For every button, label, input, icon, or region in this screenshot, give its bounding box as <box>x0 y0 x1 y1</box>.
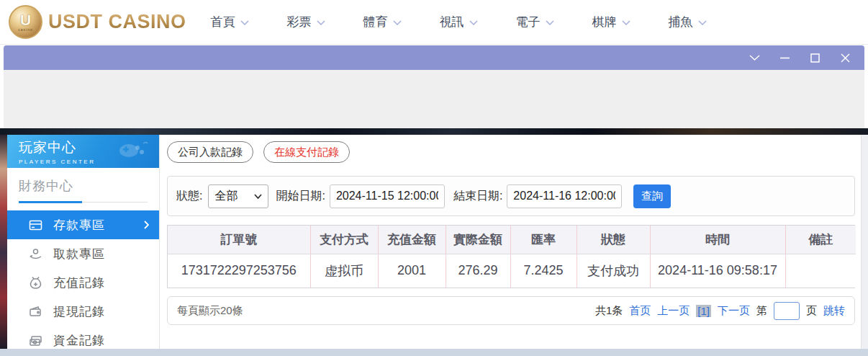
top-header: U casino USDT CASINO 首頁 彩票 體育 視訊 <box>0 0 868 45</box>
sidebar-item-deposit-zone[interactable]: 存款專區 <box>7 210 159 239</box>
sidebar-section-label: 財務中心 <box>19 177 159 195</box>
banner-strip <box>0 128 868 135</box>
deposit-card-icon <box>29 218 42 232</box>
start-date-input[interactable] <box>330 184 445 208</box>
chevron-down-icon <box>546 20 554 25</box>
nav-label: 首頁 <box>211 14 235 30</box>
end-date-input[interactable] <box>507 184 622 208</box>
chevron-down-icon <box>240 20 249 25</box>
sidebar-item-withdrawal-record[interactable]: 提現記錄 <box>7 297 159 326</box>
nav-label: 體育 <box>363 14 388 30</box>
sidebar-header: 玩家中心 PLAYERS CENTER <box>7 135 159 168</box>
record-tabs: 公司入款記錄 在線支付記錄 <box>167 141 855 163</box>
hand-coin-icon <box>29 247 42 261</box>
cell-remark <box>785 254 856 288</box>
window-close-icon[interactable] <box>837 50 853 66</box>
window-titlebar <box>4 45 864 70</box>
pagination-controls: 共1条 首页 上一页 [1] 下一页 第 页 跳转 <box>595 302 845 320</box>
page-size-text: 每頁顯示20條 <box>177 304 243 318</box>
brand-logo-icon: U casino <box>9 5 42 39</box>
main-nav: 首頁 彩票 體育 視訊 電子 棋牌 <box>211 14 707 30</box>
jump-page-input[interactable] <box>774 302 800 320</box>
tab-online-payment-record[interactable]: 在線支付記錄 <box>263 141 350 163</box>
status-select[interactable]: 全部 <box>208 184 268 208</box>
nav-item-cards[interactable]: 棋牌 <box>592 14 630 30</box>
chevron-down-icon <box>698 20 707 25</box>
sidebar-item-recharge-record[interactable]: 充值記錄 <box>7 268 159 297</box>
window-minimize-icon[interactable] <box>777 50 792 66</box>
content-panel: 公司入款記錄 在線支付記錄 狀態: 全部 開始日期: 結束日期: 查詢 <box>167 135 855 349</box>
chevron-down-icon <box>393 20 402 25</box>
nav-item-lottery[interactable]: 彩票 <box>287 14 325 30</box>
status-label: 狀態: <box>176 189 202 204</box>
current-page-indicator: [1] <box>696 305 711 317</box>
start-date-label: 開始日期: <box>276 189 325 204</box>
banknotes-icon <box>29 334 42 347</box>
sidebar: 玩家中心 PLAYERS CENTER 財務中心 <box>7 135 160 349</box>
nav-item-sports[interactable]: 體育 <box>363 14 402 30</box>
nav-label: 視訊 <box>440 14 464 30</box>
chevron-right-icon <box>144 221 149 229</box>
records-table-wrapper: 訂單號 支付方式 充值金額 實際金額 匯率 狀態 時間 備註 173172229 <box>167 225 855 288</box>
window-collapse-icon[interactable] <box>746 50 762 66</box>
nav-item-home[interactable]: 首頁 <box>211 14 249 30</box>
window-maximize-icon[interactable] <box>807 50 823 66</box>
col-recharge-amount: 充值金額 <box>378 226 446 254</box>
cell-time: 2024-11-16 09:58:17 <box>650 254 785 288</box>
nav-item-slots[interactable]: 電子 <box>516 14 554 30</box>
first-page-link[interactable]: 首页 <box>629 304 651 318</box>
table-header-row: 訂單號 支付方式 充值金額 實際金額 匯率 狀態 時間 備註 <box>168 226 856 254</box>
search-button[interactable]: 查詢 <box>633 184 671 208</box>
sidebar-item-label: 取款專區 <box>53 246 105 262</box>
chevron-down-icon <box>254 194 262 199</box>
prev-page-link[interactable]: 上一页 <box>657 304 690 318</box>
jump-prefix-label: 第 <box>756 304 767 318</box>
end-date-label: 結束日期: <box>453 189 502 204</box>
chevron-down-icon <box>622 20 630 25</box>
chevron-down-icon <box>469 20 478 25</box>
cell-order-number: 1731722297253756 <box>168 254 310 288</box>
status-select-value: 全部 <box>214 189 238 204</box>
col-actual-amount: 實際金額 <box>446 226 510 254</box>
main-region: 玩家中心 PLAYERS CENTER 財務中心 <box>0 135 868 349</box>
sidebar-item-label: 充值記錄 <box>53 275 105 291</box>
background-image-sliver <box>0 135 7 349</box>
nav-label: 電子 <box>516 14 541 30</box>
total-count-text: 共1条 <box>595 304 623 318</box>
filter-bar: 狀態: 全部 開始日期: 結束日期: 查詢 <box>167 176 855 216</box>
col-exchange-rate: 匯率 <box>510 226 577 254</box>
nav-label: 棋牌 <box>592 14 617 30</box>
jump-action-link[interactable]: 跳转 <box>823 304 845 318</box>
sidebar-menu: 存款專區 取款專區 充值記錄 <box>7 210 159 355</box>
col-payment-method: 支付方式 <box>310 226 378 254</box>
col-remark: 備註 <box>785 226 856 254</box>
bottom-strip <box>0 349 868 356</box>
window-empty-area <box>4 70 864 128</box>
window-controls <box>746 50 853 66</box>
sidebar-section-underline <box>19 201 148 203</box>
sidebar-item-label: 資金記錄 <box>53 332 105 349</box>
col-time: 時間 <box>650 226 785 254</box>
cell-exchange-rate: 7.2425 <box>510 254 577 288</box>
brand[interactable]: U casino USDT CASINO <box>9 5 186 39</box>
nav-item-fishing[interactable]: 捕魚 <box>669 14 707 30</box>
sidebar-item-label: 存款專區 <box>53 217 105 233</box>
col-status: 狀態 <box>577 226 650 254</box>
right-margin <box>861 135 868 349</box>
nav-label: 彩票 <box>287 14 312 30</box>
cell-recharge-amount: 2001 <box>378 254 446 288</box>
gamepad-icon <box>116 139 149 162</box>
table-row: 1731722297253756 虚拟币 2001 276.29 7.2425 … <box>168 254 856 288</box>
logo-letter: U <box>20 13 31 27</box>
cell-payment-method: 虚拟币 <box>310 254 378 288</box>
nav-item-video[interactable]: 視訊 <box>440 14 478 30</box>
sidebar-item-withdraw-zone[interactable]: 取款專區 <box>7 239 159 268</box>
tab-company-deposit-record[interactable]: 公司入款記錄 <box>167 141 253 163</box>
money-bag-icon <box>29 276 42 290</box>
col-order-number: 訂單號 <box>168 226 310 254</box>
wallet-icon <box>29 305 42 319</box>
next-page-link[interactable]: 下一页 <box>718 304 750 318</box>
brand-name: USDT CASINO <box>48 11 186 33</box>
cell-status: 支付成功 <box>577 254 650 288</box>
records-table: 訂單號 支付方式 充值金額 實際金額 匯率 狀態 時間 備註 173172229 <box>168 226 856 288</box>
